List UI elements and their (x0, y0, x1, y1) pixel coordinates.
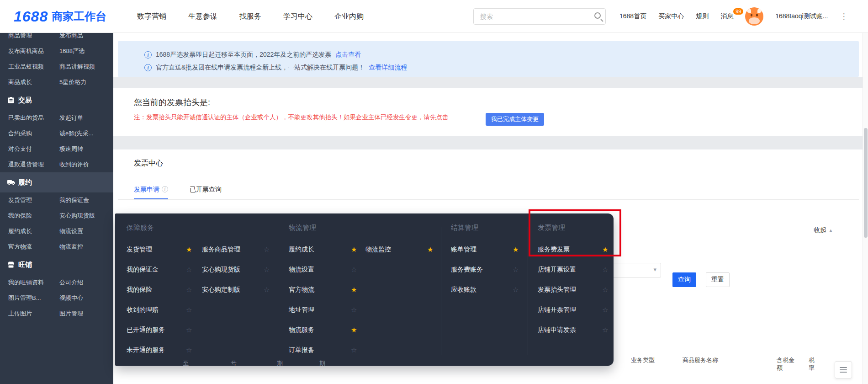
search-input[interactable] (480, 9, 590, 24)
menu-item[interactable]: 已开通的服务 (127, 320, 165, 340)
sidebar-item[interactable]: 合约采购 (8, 126, 32, 141)
avatar[interactable] (745, 7, 763, 26)
menu-item[interactable]: 收到的理赔 (127, 299, 159, 320)
menu-item[interactable]: 店铺开票设置 (538, 259, 576, 279)
notice-link-view[interactable]: 点击查看 (335, 51, 361, 59)
sidebar-item[interactable]: 发起订单 (59, 110, 83, 126)
menu-item[interactable]: 地址管理 (289, 299, 314, 320)
sidebar-item[interactable]: 上传图片 (8, 306, 32, 321)
star-filled-icon[interactable]: ★ (351, 279, 357, 299)
star-filled-icon[interactable]: ★ (602, 239, 608, 259)
menu-item[interactable]: 服务商品管理 (202, 239, 240, 259)
star-filled-icon[interactable]: ★ (186, 239, 192, 259)
tab-invoice-apply[interactable]: 发票申请 i (134, 182, 168, 199)
sidebar-item[interactable]: 工业品短视频 (8, 59, 44, 75)
nav-item[interactable]: 数字营销 (137, 12, 166, 21)
sidebar-item[interactable]: 对公支付 (8, 141, 32, 157)
sidebar-item[interactable]: 退款退货管理 (8, 157, 44, 172)
menu-item[interactable]: 我的保证金 (127, 259, 159, 279)
sidebar-item[interactable]: 商品讲解视频 (59, 59, 95, 75)
sidebar-item[interactable]: 发货管理 (8, 192, 32, 208)
star-filled-icon[interactable]: ★ (351, 239, 357, 259)
menu-item[interactable]: 物流监控 (365, 239, 391, 259)
star-outline-icon[interactable]: ☆ (513, 259, 519, 279)
star-outline-icon[interactable]: ☆ (186, 279, 192, 299)
sidebar-item[interactable]: 官方物流 (8, 239, 32, 255)
menu-item[interactable]: 发票抬头管理 (538, 279, 576, 299)
menu-item[interactable]: 物流服务 (289, 320, 314, 340)
star-outline-icon[interactable]: ☆ (513, 279, 519, 299)
notice-link-process[interactable]: 查看详细流程 (369, 64, 407, 72)
sidebar-item[interactable]: 极速周转 (59, 141, 83, 157)
nav-item[interactable]: 找服务 (239, 12, 261, 21)
nav-item[interactable]: 企业内购 (334, 12, 364, 21)
menu-item[interactable]: 物流设置 (289, 259, 314, 279)
scrollbar-thumb[interactable] (864, 128, 868, 238)
star-filled-icon[interactable]: ★ (427, 239, 433, 259)
query-button[interactable]: 查询 (672, 272, 696, 287)
menu-item[interactable]: 安心购定制版 (202, 279, 240, 299)
menu-item[interactable]: 未开通的服务 (127, 340, 165, 360)
star-outline-icon[interactable]: ☆ (264, 239, 270, 259)
sidebar-item[interactable]: 图片管理B... (8, 290, 41, 306)
menu-item[interactable]: 履约成长 (289, 239, 314, 259)
collapse-toggle[interactable]: 收起▲ (814, 226, 833, 235)
nav-item[interactable]: 生意参谋 (188, 12, 217, 21)
nav-item[interactable]: 学习中心 (283, 12, 312, 21)
menu-item[interactable]: 店铺申请发票 (538, 320, 576, 340)
menu-item[interactable]: 发货管理 (127, 239, 152, 259)
star-outline-icon[interactable]: ☆ (351, 259, 357, 279)
star-outline-icon[interactable]: ☆ (264, 279, 270, 299)
menu-item[interactable]: 账单管理 (451, 239, 476, 259)
sidebar-item[interactable]: 发布商品 (59, 33, 83, 43)
link-buyer-center[interactable]: 买家中心 (658, 12, 684, 21)
link-messages[interactable]: 消息 99 (720, 12, 733, 21)
sidebar-item[interactable]: 5星价格力 (59, 75, 86, 90)
subject-change-done-button[interactable]: 我已完成主体变更 (486, 113, 544, 126)
tab-issued-query[interactable]: 已开票查询 (190, 182, 222, 199)
search-icon[interactable] (594, 12, 601, 19)
sidebar-item[interactable]: 商品成长 (8, 75, 32, 90)
star-outline-icon[interactable]: ☆ (186, 340, 192, 360)
star-outline-icon[interactable]: ☆ (602, 259, 608, 279)
sidebar-item[interactable]: 1688严选 (59, 43, 85, 59)
sidebar-item[interactable]: 商品管理 (8, 33, 32, 43)
sidebar-item[interactable]: 图片管理 (59, 306, 83, 321)
menu-item[interactable]: 安心购现货版 (202, 259, 240, 279)
star-filled-icon[interactable]: ★ (351, 320, 357, 340)
menu-item[interactable]: 服务费发票 (538, 239, 570, 259)
menu-item[interactable]: 应收账款 (451, 279, 476, 299)
logo-1688-workbench[interactable]: 1688 商家工作台 (14, 0, 106, 33)
floating-menu-button[interactable] (835, 361, 852, 379)
sidebar-item[interactable]: 安心购现货版 (59, 208, 95, 224)
sidebar-item[interactable]: 诚e赊(先采... (59, 126, 93, 141)
menu-item[interactable]: 官方物流 (289, 279, 314, 299)
sidebar-item[interactable]: 我的保证金 (59, 192, 89, 208)
star-outline-icon[interactable]: ☆ (186, 299, 192, 320)
kebab-menu-icon[interactable]: ⋮ (840, 11, 848, 21)
star-outline-icon[interactable]: ☆ (351, 340, 357, 360)
star-filled-icon[interactable]: ★ (513, 239, 519, 259)
star-outline-icon[interactable]: ☆ (186, 320, 192, 340)
sidebar-item[interactable]: 视频中心 (59, 290, 83, 306)
sidebar-item[interactable]: 我的保险 (8, 208, 32, 224)
menu-item[interactable]: 店铺开票管理 (538, 299, 576, 320)
star-outline-icon[interactable]: ☆ (602, 299, 608, 320)
sidebar-item[interactable]: 履约成长 (8, 224, 32, 239)
link-rules[interactable]: 规则 (696, 12, 709, 21)
account-name[interactable]: 1688taoqi测试账... (775, 12, 828, 21)
sidebar-item[interactable]: 我的旺铺资料 (8, 275, 44, 290)
star-outline-icon[interactable]: ☆ (264, 259, 270, 279)
sidebar-item[interactable]: 物流监控 (59, 239, 83, 255)
star-outline-icon[interactable]: ☆ (351, 299, 357, 320)
menu-item[interactable]: 服务费账务 (451, 259, 483, 279)
sidebar-item[interactable]: 物流设置 (59, 224, 83, 239)
menu-item[interactable]: 订单报备 (289, 340, 314, 360)
sidebar-item[interactable]: 收到的评价 (59, 157, 89, 172)
sidebar-item[interactable]: 发布商机商品 (8, 43, 44, 59)
menu-item[interactable]: 我的保险 (127, 279, 152, 299)
link-1688-home[interactable]: 1688首页 (619, 12, 646, 21)
sidebar-item[interactable]: 公司介绍 (59, 275, 83, 290)
sidebar-item[interactable]: 已卖出的货品 (8, 110, 44, 126)
star-outline-icon[interactable]: ☆ (186, 259, 192, 279)
